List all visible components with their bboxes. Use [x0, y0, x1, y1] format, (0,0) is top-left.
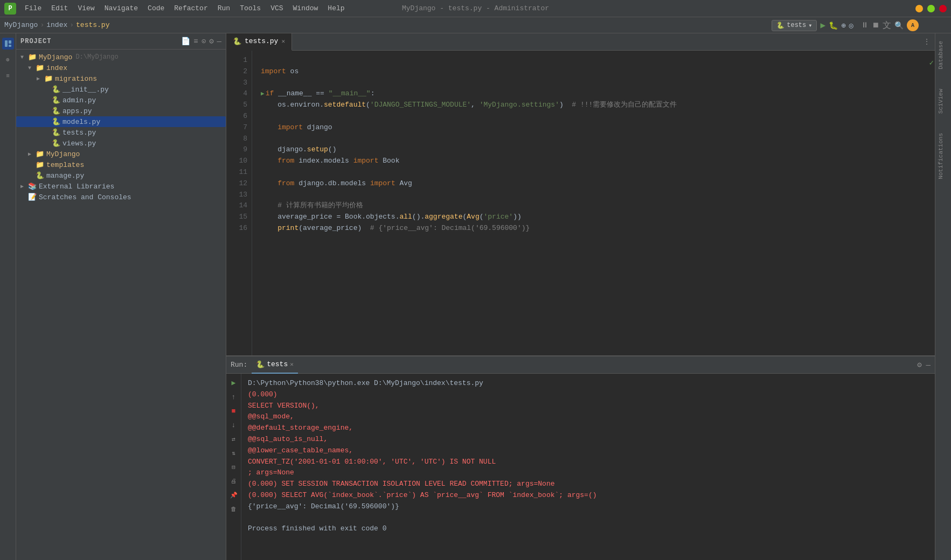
- tree-models-py[interactable]: 🐍 models.py: [16, 116, 226, 127]
- tree-init-py[interactable]: 🐍 __init__.py: [16, 84, 226, 95]
- tree-apps-py[interactable]: 🐍 apps.py: [16, 106, 226, 116]
- bottom-panel-controls: ⚙ —: [917, 360, 931, 369]
- menu-file[interactable]: File: [20, 2, 46, 15]
- menu-vcs[interactable]: VCS: [266, 2, 287, 15]
- menu-bar: File Edit View Navigate Code Refactor Ru…: [20, 2, 349, 15]
- menu-navigate[interactable]: Navigate: [100, 2, 142, 15]
- close-button[interactable]: ✕: [939, 5, 947, 12]
- run-tab-tests[interactable]: 🐍 tests ✕: [252, 356, 298, 374]
- terminal-delete-button[interactable]: 🗑: [228, 503, 240, 515]
- menu-refactor[interactable]: Refactor: [170, 2, 212, 15]
- tree-migrations[interactable]: ▶ 📁 migrations: [16, 73, 226, 84]
- run-tab-close[interactable]: ✕: [290, 361, 294, 368]
- sidebar-collapse[interactable]: ≡: [193, 37, 198, 46]
- terminal-scroll-up[interactable]: ↑: [228, 391, 240, 403]
- menu-view[interactable]: View: [73, 2, 99, 15]
- minimize-button[interactable]: ─: [915, 5, 923, 12]
- right-bar: Database SciView Notifications: [935, 33, 951, 560]
- sidebar-scroll-to-file[interactable]: ⊙: [202, 37, 206, 46]
- code-editor[interactable]: 1 2 3 4 5 6 7 8 9 10 11 12 13 14 15 16: [226, 51, 935, 355]
- bottom-minimize-button[interactable]: —: [926, 361, 931, 369]
- run-config-label: tests: [787, 22, 806, 29]
- terminal-line-3: SELECT VERSION(),: [248, 401, 928, 412]
- tree-tests-py[interactable]: 🐍 tests.py: [16, 127, 226, 138]
- sidebar-title: Project: [20, 38, 178, 45]
- run-config-icon: 🐍: [776, 22, 785, 30]
- sidebar-settings[interactable]: ⚙: [209, 37, 213, 46]
- bottom-settings-button[interactable]: ⚙: [917, 360, 921, 369]
- run-debug-button[interactable]: 🐛: [829, 21, 838, 30]
- translate-button[interactable]: 文: [883, 20, 891, 31]
- run-label: Run:: [231, 361, 247, 369]
- run-play-button[interactable]: ▶: [820, 20, 825, 31]
- user-avatar[interactable]: A: [907, 19, 919, 31]
- tree-scratches[interactable]: 📝 Scratches and Consoles: [16, 192, 226, 202]
- editor-tab-tests-py[interactable]: 🐍 tests.py ✕: [226, 33, 292, 51]
- terminal-line-7: @@lower_case_table_names,: [248, 445, 928, 457]
- breadcrumb-mydjango[interactable]: MyDjango: [4, 21, 38, 29]
- terminal-line-12: {'price__avg': Decimal('69.596000')}: [248, 501, 928, 513]
- terminal-scroll-down[interactable]: ↓: [228, 419, 240, 431]
- tree-admin-py[interactable]: 🐍 admin.py: [16, 95, 226, 106]
- right-bar-notifications[interactable]: Notifications: [938, 130, 949, 183]
- tree-index-folder[interactable]: ▼ 📁 index: [16, 62, 226, 73]
- maximize-button[interactable]: □: [927, 5, 935, 12]
- terminal-line-11: (0.000) SELECT AVG(`index_book`.`price`)…: [248, 490, 928, 501]
- menu-tools[interactable]: Tools: [235, 2, 265, 15]
- window-controls: ─ □ ✕: [915, 5, 947, 12]
- sidebar-new-file[interactable]: 📄: [181, 37, 190, 46]
- run-config-dropdown[interactable]: 🐍 tests ▾: [772, 20, 817, 31]
- breadcrumb-tests-py[interactable]: tests.py: [76, 21, 109, 29]
- breadcrumb-index[interactable]: index: [46, 21, 67, 29]
- tree-root-mydjango[interactable]: ▼ 📁 MyDjango D:\MyDjango: [16, 52, 226, 62]
- bottom-panel-header: Run: 🐍 tests ✕ ⚙ —: [226, 356, 935, 374]
- menu-run[interactable]: Run: [213, 2, 234, 15]
- svg-rect-1: [9, 40, 11, 44]
- tree-templates-folder[interactable]: 📁 templates: [16, 159, 226, 170]
- terminal-line-9: ; args=None: [248, 467, 928, 479]
- window-title: MyDjango - tests.py - Administrator: [402, 4, 549, 12]
- terminal-stop-button[interactable]: ■: [228, 405, 240, 417]
- tab-close-button[interactable]: ✕: [281, 38, 285, 45]
- right-bar-sciview[interactable]: SciView: [938, 86, 949, 117]
- breadcrumb-bar: MyDjango › index › tests.py 🐍 tests ▾ ▶ …: [0, 17, 951, 33]
- terminal-output: D:\Python\Python38\python.exe D:\MyDjang…: [241, 374, 935, 560]
- terminal-line-5: @@default_storage_engine,: [248, 423, 928, 434]
- terminal-pin-button[interactable]: 📌: [228, 489, 240, 501]
- run-coverage-button[interactable]: ⊕: [841, 21, 845, 30]
- search-button[interactable]: 🔍: [894, 21, 904, 30]
- main-layout: ⊕ ≡ Project 📄 ≡ ⊙ ⚙ — ▼ 📁 MyDjango D:\My…: [0, 33, 951, 560]
- terminal-area: ▶ ↑ ■ ↓ ⇄ ⇅ ⊟ 🖨 📌 🗑 D:\Python\Python38\p…: [226, 374, 935, 560]
- terminal-sort-button[interactable]: ⇅: [228, 447, 240, 459]
- activity-commit[interactable]: ⊕: [2, 54, 14, 66]
- terminal-run-button[interactable]: ▶: [228, 377, 240, 389]
- tree-views-py[interactable]: 🐍 views.py: [16, 138, 226, 149]
- tree-external-libs[interactable]: ▶ 📚 External Libraries: [16, 181, 226, 192]
- app-icon: P: [4, 3, 16, 15]
- terminal-line-8: CONVERT_TZ('2001-01-01 01:00:00', 'UTC',…: [248, 457, 928, 468]
- terminal-filter-button[interactable]: ⊟: [228, 461, 240, 473]
- menu-help[interactable]: Help: [323, 2, 349, 15]
- sidebar-hide[interactable]: —: [217, 37, 221, 46]
- terminal-wrap-button[interactable]: ⇄: [228, 433, 240, 445]
- left-run-toolbar: ▶ ↑ ■ ↓ ⇄ ⇅ ⊟ 🖨 📌 🗑: [226, 374, 241, 560]
- menu-edit[interactable]: Edit: [47, 2, 72, 15]
- run-tab-label: tests: [267, 360, 288, 368]
- activity-structure[interactable]: ≡: [2, 70, 14, 82]
- editor-settings-button[interactable]: ⋮: [919, 37, 935, 46]
- right-bar-database[interactable]: Database: [938, 38, 949, 73]
- tab-bar: 🐍 tests.py ✕ ⋮: [226, 33, 935, 51]
- stop-button[interactable]: ⏹: [872, 21, 879, 30]
- pause-button[interactable]: ⏸: [861, 21, 869, 30]
- tab-icon: 🐍: [233, 37, 241, 46]
- menu-window[interactable]: Window: [289, 2, 323, 15]
- run-profile-button[interactable]: ◎: [849, 21, 853, 30]
- tree-mydjango-folder[interactable]: ▶ 📁 MyDjango: [16, 149, 226, 159]
- code-content[interactable]: import os ▶if __name__ == "__main__": os…: [252, 51, 935, 355]
- activity-project[interactable]: [2, 38, 14, 50]
- terminal-print-button[interactable]: 🖨: [228, 475, 240, 487]
- sidebar: Project 📄 ≡ ⊙ ⚙ — ▼ 📁 MyDjango D:\MyDjan…: [16, 33, 226, 560]
- menu-code[interactable]: Code: [143, 2, 169, 15]
- editor-column: 🐍 tests.py ✕ ⋮ 1 2 3 4 5 6 7 8 9: [226, 33, 935, 560]
- tree-manage-py[interactable]: 🐍 manage.py: [16, 170, 226, 181]
